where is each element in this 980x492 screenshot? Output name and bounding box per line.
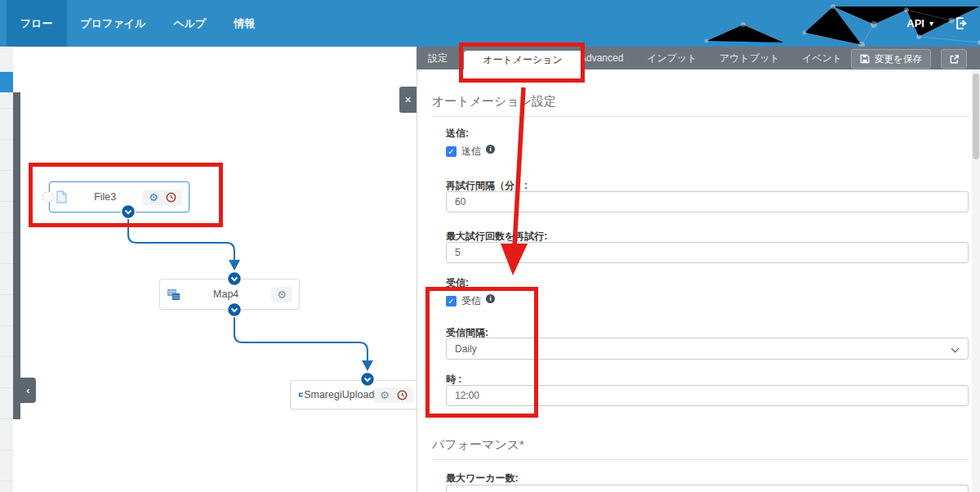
- chevron-down-icon: [951, 345, 960, 353]
- external-link-icon: [949, 54, 960, 65]
- panel-close-button[interactable]: ×: [399, 87, 416, 113]
- save-changes-button[interactable]: 変更を保存: [851, 49, 931, 69]
- send-checkbox[interactable]: ✓: [446, 146, 457, 157]
- api-label: API: [906, 17, 924, 29]
- max-workers-input[interactable]: [446, 485, 969, 492]
- receive-interval-value: Daily: [455, 343, 477, 355]
- chevron-down-icon: ▾: [929, 19, 933, 28]
- info-icon: i: [486, 294, 495, 303]
- nav-item-flow[interactable]: フロー: [7, 0, 67, 47]
- info-icon: i: [486, 145, 495, 154]
- tab-output[interactable]: アウトプット: [719, 47, 780, 69]
- flow-node-map4[interactable]: Map4 ⚙: [159, 279, 300, 310]
- send-checkbox-label: 送信: [461, 145, 481, 159]
- close-icon: ×: [404, 93, 411, 106]
- top-navbar: フロー プロファイル ヘルプ 情報 API ▾: [0, 0, 980, 47]
- receive-interval-select[interactable]: Daily: [446, 338, 969, 360]
- flow-node-smaregiupload[interactable]: SmaregiUpload ⚙: [290, 380, 421, 409]
- expand-panel-handle[interactable]: ‹: [20, 378, 36, 403]
- file-icon: [56, 190, 67, 204]
- receive-label: 受信:: [446, 276, 469, 290]
- tab-input[interactable]: インプット: [647, 47, 697, 69]
- check-icon: ✓: [448, 297, 454, 306]
- collapsed-palette-rail: [0, 47, 13, 492]
- gear-icon[interactable]: ⚙: [149, 192, 158, 203]
- nav-item-profile[interactable]: プロファイル: [67, 0, 160, 47]
- section-divider: [432, 116, 969, 117]
- max-retries-input[interactable]: [446, 242, 969, 263]
- node-action-box: ⚙: [271, 287, 292, 302]
- node-label: File3: [67, 191, 143, 203]
- gear-icon[interactable]: ⚙: [380, 390, 390, 400]
- time-input[interactable]: [446, 385, 969, 406]
- section-divider: [432, 459, 969, 460]
- receive-checkbox-label: 受信: [461, 294, 481, 308]
- flow-node-file3[interactable]: File3 ⚙: [49, 181, 189, 212]
- node-label: Map4: [180, 288, 271, 300]
- timer-icon[interactable]: [397, 390, 408, 400]
- smaregi-icon: [297, 389, 304, 400]
- receive-checkbox[interactable]: ✓: [446, 296, 457, 306]
- trigger-port-icon[interactable]: [42, 191, 54, 203]
- send-label: 送信:: [446, 127, 469, 141]
- selected-palette-item[interactable]: [0, 72, 13, 92]
- node-action-box: ⚙: [143, 190, 182, 205]
- retry-interval-input[interactable]: [446, 191, 969, 212]
- save-icon: [860, 54, 870, 64]
- tab-events[interactable]: イベント: [802, 47, 842, 69]
- section-title-performance: パフォーマンス*: [432, 437, 524, 453]
- save-label: 変更を保存: [875, 53, 922, 65]
- tab-automation[interactable]: オートメーション: [464, 51, 581, 69]
- app-window: フロー プロファイル ヘルプ 情報 API ▾ ‹: [0, 0, 980, 492]
- open-external-button[interactable]: [941, 49, 967, 69]
- rail-divider-bar: [13, 92, 20, 419]
- tab-settings[interactable]: 設定: [428, 47, 448, 69]
- api-dropdown[interactable]: API ▾: [906, 17, 933, 29]
- automation-settings-panel: オートメーション設定 送信: ✓ 送信 i 再試行間隔（分）: 最大試行回数を再…: [416, 69, 980, 492]
- node-label: SmaregiUpload: [304, 389, 374, 400]
- logout-icon[interactable]: [955, 16, 969, 30]
- map-icon: [167, 288, 180, 301]
- nav-menu: フロー プロファイル ヘルプ 情報: [7, 0, 269, 47]
- section-title-automation: オートメーション設定: [432, 94, 556, 110]
- check-icon: ✓: [448, 147, 454, 156]
- max-workers-label: 最大ワーカー数:: [446, 472, 519, 485]
- node-action-box: ⚙: [374, 387, 413, 403]
- panel-scrollbar-thumb[interactable]: [973, 74, 979, 159]
- nav-item-help[interactable]: ヘルプ: [159, 0, 220, 47]
- nav-item-info[interactable]: 情報: [220, 0, 269, 47]
- timer-icon[interactable]: [166, 192, 176, 203]
- tab-advanced[interactable]: Advanced: [580, 47, 623, 69]
- chevron-left-icon: ‹: [26, 384, 29, 396]
- gear-icon[interactable]: ⚙: [277, 289, 287, 300]
